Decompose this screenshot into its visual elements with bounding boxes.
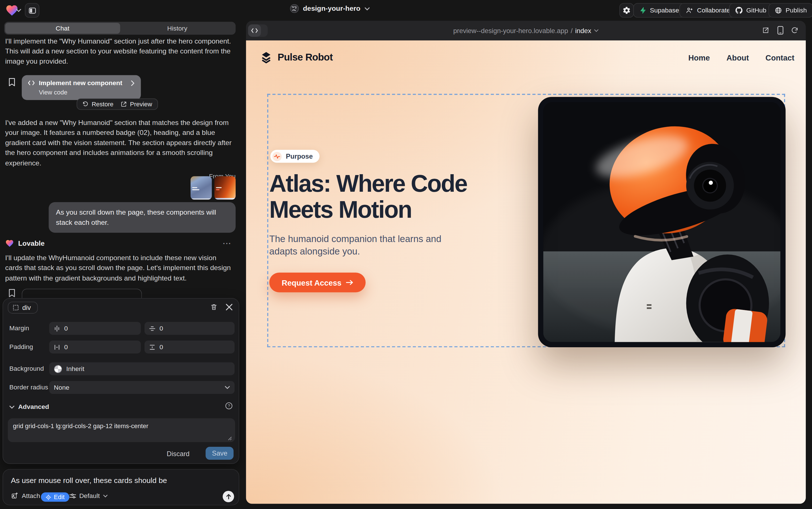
advanced-label: Advanced	[18, 403, 49, 411]
preview-label: Preview	[130, 101, 152, 108]
user-message-bubble: As you scroll down the page, these compo…	[48, 202, 236, 233]
advanced-help-button[interactable]: ?	[225, 402, 232, 409]
padding-y-icon	[149, 344, 155, 350]
project-name: design-your-hero	[303, 4, 360, 12]
restore-button[interactable]: Restore	[82, 101, 113, 108]
tab-history[interactable]: History	[120, 23, 234, 34]
attach-button[interactable]: Attach	[11, 492, 40, 500]
breadcrumb-separator: /	[571, 27, 573, 34]
project-chevron-down-icon	[365, 6, 370, 11]
discard-button[interactable]: Discard	[167, 450, 190, 457]
top-bar: design-your-hero Supabase Collaborate Gi…	[0, 0, 812, 21]
chevron-down-icon	[594, 29, 598, 32]
sidebar-toggle-button[interactable]	[25, 3, 39, 18]
padding-x-input[interactable]: 0	[49, 340, 141, 353]
bookmark-icon[interactable]	[8, 289, 15, 298]
sliders-icon	[70, 493, 76, 499]
send-button[interactable]	[223, 491, 234, 502]
transparent-swatch-icon	[54, 365, 62, 373]
purpose-badge-label: Purpose	[286, 152, 313, 160]
refresh-button[interactable]	[791, 26, 799, 34]
save-button[interactable]: Save	[206, 447, 233, 460]
selected-element-chip[interactable]: div	[8, 302, 38, 314]
site-nav: Home About Contact	[688, 54, 794, 62]
chevron-down-icon	[225, 386, 230, 389]
edit-mode-pill[interactable]: Edit	[41, 492, 69, 502]
preview-url-breadcrumb[interactable]: preview--design-your-hero.lovable.app / …	[246, 21, 806, 40]
request-access-button[interactable]: Request Access	[269, 273, 366, 293]
close-panel-button[interactable]	[226, 304, 232, 310]
preview-page: index	[575, 27, 591, 34]
margin-x-input[interactable]: 0	[49, 322, 141, 335]
mode-selector[interactable]: Default	[70, 492, 108, 500]
attach-label: Attach	[22, 492, 40, 500]
chat-input[interactable]: As user mouse roll over, these cards sho…	[11, 476, 231, 484]
site-brand: Pulse Robot	[278, 52, 333, 63]
bookmark-icon[interactable]	[8, 78, 15, 87]
mobile-view-button[interactable]	[777, 26, 783, 35]
message-menu-ellipsis-icon[interactable]: ···	[223, 239, 231, 247]
chevron-down-icon	[103, 495, 107, 498]
hero-headline: Atlas: Where Code Meets Motion	[269, 171, 502, 223]
publish-button[interactable]: Publish	[769, 3, 812, 18]
margin-x-icon	[54, 325, 60, 331]
border-radius-label: Border radius	[9, 383, 48, 391]
attachment-thumbnail[interactable]	[191, 176, 212, 199]
margin-x-value: 0	[64, 325, 68, 332]
advanced-section-toggle[interactable]: Advanced	[9, 403, 49, 411]
component-card-title: Implement new component	[39, 79, 122, 87]
margin-y-icon	[149, 325, 155, 331]
project-favicon	[290, 4, 299, 13]
gear-icon	[622, 6, 631, 14]
delete-element-button[interactable]	[210, 303, 218, 311]
nav-about[interactable]: About	[726, 54, 749, 62]
settings-button[interactable]	[619, 3, 634, 18]
chat-sidebar: Chat History I'll implement the "Why Hum…	[0, 21, 240, 509]
attachment-thumbnail[interactable]	[215, 176, 236, 199]
mode-label: Default	[79, 492, 100, 500]
open-in-new-tab-button[interactable]	[762, 26, 769, 34]
layers-icon	[259, 51, 273, 65]
supabase-button[interactable]: Supabase	[633, 3, 686, 18]
nav-contact[interactable]: Contact	[765, 54, 794, 62]
border-radius-select[interactable]: None	[49, 381, 234, 394]
padding-x-icon	[54, 344, 60, 350]
refresh-icon	[791, 26, 799, 34]
collaborate-button[interactable]: Collaborate	[679, 3, 737, 18]
collaborate-label: Collaborate	[697, 7, 730, 14]
padding-label: Padding	[9, 343, 33, 350]
project-switcher[interactable]: design-your-hero	[290, 4, 370, 13]
component-card[interactable]: Implement new component View code	[22, 75, 141, 100]
assistant-message: I've added a new "Why Humanoid" section …	[5, 117, 236, 168]
padding-y-input[interactable]: 0	[144, 340, 234, 353]
selected-element-tag: div	[22, 304, 31, 311]
tab-chat[interactable]: Chat	[5, 23, 120, 34]
github-button[interactable]: GitHub	[729, 3, 773, 18]
robot-hero-image	[543, 102, 780, 342]
user-plus-icon	[686, 7, 693, 14]
view-code-link[interactable]: View code	[39, 89, 135, 96]
resize-handle-icon[interactable]	[228, 436, 232, 441]
nav-home[interactable]: Home	[688, 54, 710, 62]
chat-composer: As user mouse roll over, these cards sho…	[3, 469, 239, 505]
globe-icon	[775, 7, 782, 14]
close-icon	[226, 304, 232, 310]
background-label: Background	[9, 365, 44, 372]
github-icon	[735, 7, 743, 14]
background-input[interactable]: Inherit	[49, 362, 234, 375]
code-icon	[28, 80, 35, 86]
assistant-header: Lovable ···	[5, 239, 231, 248]
arrow-right-icon	[346, 279, 354, 285]
margin-y-input[interactable]: 0	[144, 322, 234, 335]
workspace-chevron-down-icon[interactable]	[16, 8, 21, 12]
border-radius-value: None	[54, 384, 70, 391]
pulse-icon	[272, 151, 282, 161]
supabase-label: Supabase	[650, 7, 679, 14]
preview-button[interactable]: Preview	[121, 101, 152, 108]
assistant-message: I'll update the WhyHumanoid component to…	[5, 253, 234, 283]
site-logo[interactable]: Pulse Robot	[259, 51, 333, 65]
preview-toolbar: preview--design-your-hero.lovable.app / …	[246, 21, 806, 40]
selected-hero-section[interactable]: Purpose Atlas: Where Code Meets Motion T…	[267, 94, 785, 347]
classes-textarea[interactable]: grid grid-cols-1 lg:grid-cols-2 gap-12 i…	[8, 418, 235, 442]
hero-subheadline: The humanoid companion that learns and a…	[269, 233, 461, 258]
